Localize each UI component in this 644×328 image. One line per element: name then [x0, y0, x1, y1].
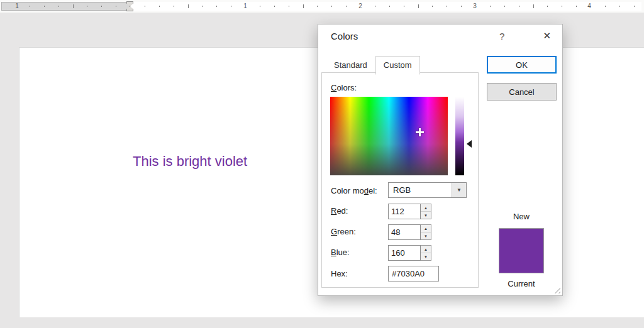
red-spin-down-button[interactable]: ▼ — [421, 212, 431, 219]
ruler-tick — [174, 6, 174, 7]
ruler-tick — [44, 6, 45, 7]
hex-input[interactable] — [388, 266, 439, 282]
close-icon[interactable]: ✕ — [543, 30, 551, 41]
ruler-tick — [346, 6, 347, 7]
hex-label: Hex: — [331, 269, 348, 278]
ruler-tick — [389, 6, 390, 7]
document-text[interactable]: This is bright violet — [133, 153, 247, 170]
ruler-tick — [289, 6, 289, 7]
dialog-titlebar[interactable]: Colors ? ✕ — [318, 25, 562, 50]
ruler-tick — [274, 6, 275, 7]
ruler-tick — [260, 6, 260, 7]
ruler-tick — [619, 6, 620, 7]
spin-down-icon: ▼ — [424, 214, 428, 217]
help-icon[interactable]: ? — [499, 31, 504, 41]
red-input[interactable] — [388, 204, 421, 219]
ruler-number: 3 — [473, 2, 477, 11]
ruler-tick — [432, 6, 433, 7]
ruler-number: 2 — [358, 2, 362, 11]
colors-dialog: Colors ? ✕ Standard Custom Colors: Color… — [318, 24, 563, 296]
ruler-tick — [216, 6, 217, 7]
blue-input[interactable] — [388, 245, 421, 261]
ruler-tick — [331, 6, 332, 7]
dialog-tabs: Standard Custom — [326, 56, 420, 75]
ruler-tick — [58, 6, 59, 7]
luminance-slider-marker[interactable] — [467, 140, 472, 148]
color-preview-swatch — [499, 228, 544, 273]
green-label: Green: — [331, 227, 356, 236]
colors-label: Colors: — [331, 83, 357, 92]
ruler-text-area — [130, 2, 641, 11]
spin-down-icon: ▼ — [424, 255, 428, 259]
spin-up-icon: ▲ — [424, 248, 428, 251]
ruler: 12341 — [0, 0, 644, 13]
red-spin-up-button[interactable]: ▲ — [421, 204, 431, 212]
blue-label: Blue: — [331, 248, 350, 257]
ruler-tick — [490, 6, 491, 7]
blue-field: ▲ ▼ — [388, 245, 431, 261]
ruler-tick — [404, 6, 404, 7]
ruler-tick — [87, 6, 87, 7]
red-spinner: ▲ ▼ — [421, 204, 431, 219]
spin-down-icon: ▼ — [424, 234, 428, 238]
ruler-tick — [533, 4, 534, 8]
new-label: New — [499, 212, 544, 221]
ruler-tick — [116, 6, 116, 7]
color-model-label: Color model: — [331, 186, 377, 195]
spin-up-icon: ▲ — [424, 206, 428, 210]
ruler-tick — [576, 6, 577, 7]
red-label: Red: — [331, 206, 348, 216]
ruler-tick — [73, 4, 74, 8]
ruler-tick — [547, 6, 548, 7]
green-input[interactable] — [388, 224, 421, 240]
luminance-slider[interactable] — [455, 97, 464, 175]
blue-spin-up-button[interactable]: ▲ — [421, 246, 431, 253]
green-field: ▲ ▼ — [388, 224, 431, 240]
green-spinner: ▲ ▼ — [421, 224, 431, 240]
cancel-button[interactable]: Cancel — [487, 83, 557, 101]
blue-spinner: ▲ ▼ — [421, 245, 431, 261]
ruler-tick — [159, 6, 160, 7]
dialog-title: Colors — [331, 31, 358, 41]
red-field: ▲ ▼ — [388, 204, 431, 219]
spin-up-icon: ▲ — [424, 227, 428, 231]
ruler-number: 1 — [15, 2, 19, 11]
green-spin-down-button[interactable]: ▼ — [421, 232, 431, 239]
dropdown-button[interactable]: ▼ — [452, 183, 466, 197]
ruler-tick — [375, 6, 375, 7]
ruler-tick — [101, 6, 102, 7]
ok-button[interactable]: OK — [487, 56, 557, 74]
ruler-tick — [562, 6, 562, 7]
new-color-swatch — [499, 229, 543, 251]
ruler-tick — [202, 6, 203, 7]
ruler-tick — [317, 6, 318, 7]
color-model-value: RGB — [393, 185, 411, 195]
blue-spin-down-button[interactable]: ▼ — [421, 253, 431, 260]
ruler-tick — [188, 4, 189, 8]
ruler-tick — [447, 6, 447, 7]
tab-custom[interactable]: Custom — [375, 56, 420, 75]
chevron-down-icon: ▼ — [457, 187, 462, 193]
resize-grip-icon[interactable] — [552, 285, 560, 293]
ruler-number: 1 — [243, 2, 247, 11]
color-crosshair-marker[interactable] — [416, 128, 424, 136]
ruler-tick — [145, 6, 145, 7]
ruler-margin-area — [1, 2, 130, 11]
ruler-tick — [231, 6, 231, 7]
ruler-tick — [605, 6, 606, 7]
ruler-tick — [519, 6, 519, 7]
ruler-number: 4 — [587, 2, 591, 11]
ruler-tick — [634, 6, 635, 7]
ruler-tick — [303, 4, 304, 8]
current-color-swatch — [499, 251, 543, 273]
ruler-tick — [418, 4, 419, 8]
ruler-tick — [504, 6, 505, 7]
color-gradient-picker[interactable] — [330, 97, 448, 175]
green-spin-up-button[interactable]: ▲ — [421, 225, 431, 232]
current-label: Current — [496, 279, 547, 288]
ruler-tick — [30, 6, 30, 7]
color-model-dropdown[interactable]: RGB ▼ — [388, 182, 467, 198]
tab-standard[interactable]: Standard — [326, 56, 375, 75]
ruler-tick — [461, 6, 462, 7]
custom-tab-panel: Colors: Color model: RGB ▼ Red: ▲ ▼ Gree… — [321, 72, 479, 288]
